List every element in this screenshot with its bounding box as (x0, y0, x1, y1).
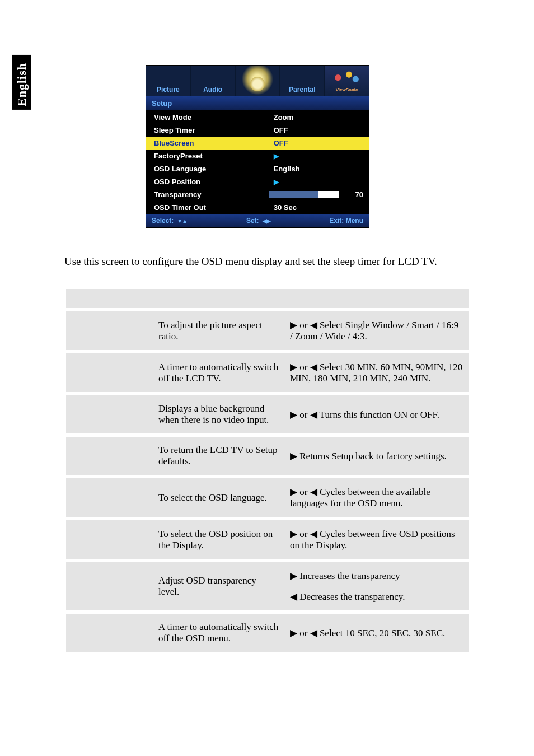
osd-tab-brand: ViewSonic (325, 66, 369, 96)
brand-label: ViewSonic (336, 87, 358, 92)
table-row: Displays a blue background when there is… (66, 395, 469, 433)
cell-desc: A timer to automatically switch off the … (153, 353, 284, 392)
table-row: A timer to automatically switch off the … (66, 614, 469, 652)
osd-tab-label: Audio (203, 86, 222, 94)
osd-panel: Picture Audio Parental ViewSonic Setup V… (146, 65, 369, 228)
op-line: ▶ Increases the transparency (290, 570, 463, 582)
cell-desc: To adjust the picture aspect ratio. (153, 311, 284, 350)
table-row: A timer to automatically switch off the … (66, 353, 469, 392)
osd-row-label: Sleep Timer (154, 126, 269, 134)
osd-row-label: FactoryPreset (154, 152, 269, 160)
chevron-right-icon: ▶ (269, 178, 363, 186)
table-row: Adjust OSD transparency level. ▶ Increas… (66, 562, 469, 610)
cell-item (66, 562, 153, 610)
osd-row-osd-language[interactable]: OSD Language English (146, 162, 369, 175)
cell-op: ▶ Returns Setup back to factory settings… (284, 437, 469, 475)
osd-foot-select-label: Select: (152, 217, 174, 225)
osd-tabs: Picture Audio Parental ViewSonic (146, 66, 369, 96)
cell-item (66, 520, 153, 559)
table-header-op (284, 289, 469, 308)
osd-row-transparency[interactable]: Transparency 70 (146, 188, 369, 201)
osd-row-value: 30 Sec (269, 203, 363, 212)
osd-row-label: OSD Language (154, 165, 269, 173)
cell-item (66, 395, 153, 433)
cell-op: ▶ or ◀ Cycles between the available lang… (284, 478, 469, 517)
cell-item (66, 311, 153, 350)
cell-op: ▶ or ◀ Select Single Window / Smart / 16… (284, 311, 469, 350)
table-header-item (66, 289, 153, 308)
osd-row-value: Zoom (269, 113, 363, 122)
osd-row-bluescreen[interactable]: BlueScreen OFF (146, 137, 369, 150)
osd-foot-set-label: Set: (246, 217, 259, 225)
osd-tab-setup[interactable] (236, 66, 280, 96)
osd-tab-audio[interactable]: Audio (191, 66, 236, 96)
cell-desc: Displays a blue background when there is… (153, 395, 284, 433)
table-row: To return the LCD TV to Setup defaults. … (66, 437, 469, 475)
cell-op: ▶ or ◀ Select 30 MIN, 60 MIN, 90MIN, 120… (284, 353, 469, 392)
table-row: To select the OSD language. ▶ or ◀ Cycle… (66, 478, 469, 517)
table-row: To adjust the picture aspect ratio. ▶ or… (66, 311, 469, 350)
table-row: To select the OSD position on the Displa… (66, 520, 469, 559)
settings-table: To adjust the picture aspect ratio. ▶ or… (66, 286, 469, 655)
osd-row-osd-timer-out[interactable]: OSD Timer Out 30 Sec (146, 201, 369, 214)
slider-fill (269, 191, 318, 198)
osd-row-label: BlueScreen (154, 139, 269, 147)
language-tab: English (12, 55, 31, 110)
table-header-desc (153, 289, 284, 308)
osd-row-osd-position[interactable]: OSD Position ▶ (146, 175, 369, 188)
chevron-right-icon: ▶ (269, 152, 363, 160)
cell-op: ▶ or ◀ Turns this function ON or OFF. (284, 395, 469, 433)
op-line: ◀ Decreases the transparency. (290, 591, 463, 603)
transparency-slider[interactable] (269, 191, 339, 198)
cell-op: ▶ or ◀ Cycles between five OSD positions… (284, 520, 469, 559)
cell-op: ▶ Increases the transparency ◀ Decreases… (284, 562, 469, 610)
osd-tab-picture[interactable]: Picture (146, 66, 191, 96)
cell-desc: Adjust OSD transparency level. (153, 562, 284, 610)
up-down-arrows-icon: ▼▲ (177, 218, 187, 224)
osd-tab-label: Parental (289, 86, 315, 94)
osd-row-view-mode[interactable]: View Mode Zoom (146, 111, 369, 124)
osd-row-label: OSD Timer Out (154, 203, 269, 212)
osd-row-factory-preset[interactable]: FactoryPreset ▶ (146, 150, 369, 162)
osd-foot-exit-label: Exit: Menu (329, 217, 363, 225)
osd-row-label: Transparency (154, 190, 269, 199)
cell-item (66, 478, 153, 517)
osd-tab-label: Picture (157, 86, 180, 94)
osd-row-value: OFF (269, 139, 363, 147)
osd-row-value: 70 (344, 190, 363, 199)
gear-icon (250, 77, 265, 91)
table-header-row (66, 289, 469, 308)
cell-item (66, 353, 153, 392)
cell-desc: A timer to automatically switch off the … (153, 614, 284, 652)
cell-desc: To return the LCD TV to Setup defaults. (153, 437, 284, 475)
osd-row-label: OSD Position (154, 178, 269, 186)
cell-desc: To select the OSD language. (153, 478, 284, 517)
intro-paragraph: Use this screen to configure the OSD men… (64, 255, 437, 268)
osd-row-sleep-timer[interactable]: Sleep Timer OFF (146, 124, 369, 137)
osd-row-value: OFF (269, 126, 363, 134)
cell-item (66, 437, 153, 475)
osd-section-title: Setup (146, 96, 369, 111)
cell-item (66, 614, 153, 652)
osd-footer: Select: ▼▲ Set: ◀▶ Exit: Menu (146, 214, 369, 227)
left-right-arrows-icon: ◀▶ (263, 218, 270, 224)
osd-tab-parental[interactable]: Parental (280, 66, 325, 96)
osd-row-value: English (269, 165, 363, 173)
osd-row-label: View Mode (154, 113, 269, 122)
cell-desc: To select the OSD position on the Displa… (153, 520, 284, 559)
cell-op: ▶ or ◀ Select 10 SEC, 20 SEC, 30 SEC. (284, 614, 469, 652)
